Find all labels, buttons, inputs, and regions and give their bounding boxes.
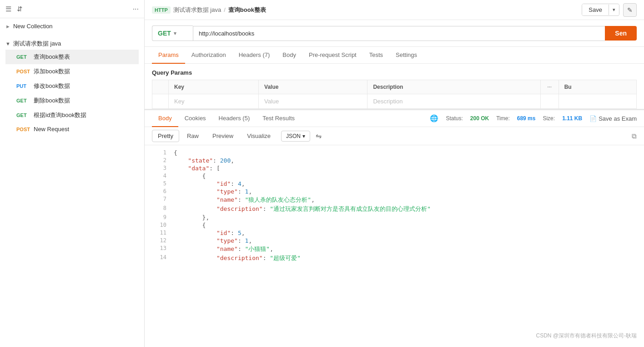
json-code: "state": 200,: [174, 157, 234, 164]
json-format-value: JSON: [286, 133, 301, 139]
code-tab-visualize[interactable]: Visualize: [241, 130, 277, 142]
save-button-group: Save ▾: [582, 4, 619, 16]
line-number: 5: [152, 180, 166, 187]
save-button[interactable]: Save: [582, 4, 609, 15]
breadcrumb-parent: 测试请求数据 java: [173, 6, 221, 14]
url-input[interactable]: [193, 26, 605, 41]
json-line-3: 3 "data": [: [145, 164, 644, 172]
request-item-get-delete[interactable]: GET 删除book数据: [5, 93, 139, 108]
response-tab-body[interactable]: Body: [152, 110, 178, 127]
response-tab-test-results[interactable]: Test Results: [256, 110, 301, 127]
method-badge-get: GET: [16, 54, 31, 60]
params-row-checkbox: [152, 94, 169, 109]
dropdown-arrow-icon: ▾: [613, 7, 615, 12]
tab-pre-request[interactable]: Pre-request Script: [302, 47, 363, 64]
line-number: 3: [152, 165, 166, 171]
code-tab-pretty[interactable]: Pretty: [152, 130, 179, 142]
copy-icon[interactable]: ⧉: [632, 132, 637, 140]
params-key-input[interactable]: Key: [169, 94, 259, 109]
request-item-post-new[interactable]: POST New Request: [5, 122, 139, 136]
request-item-put-modify[interactable]: PUT 修改book数据: [5, 79, 139, 93]
request-list: GET 查询book整表 POST 添加book数据 PUT 修改book数据 …: [5, 50, 139, 136]
tab-tests[interactable]: Tests: [363, 47, 389, 64]
more-icon[interactable]: ···: [133, 5, 139, 13]
json-code: "name": "狼人杀的队友心态分析",: [174, 196, 315, 204]
json-code: "type": 1,: [174, 237, 252, 244]
wrap-icon[interactable]: ⇋: [316, 132, 322, 140]
line-number: 4: [152, 173, 166, 179]
edit-icon: ✎: [627, 6, 633, 14]
method-badge-post: POST: [16, 69, 31, 74]
params-empty-row: Key Value Description: [152, 94, 637, 109]
params-title: Query Params: [152, 69, 637, 76]
json-format-select[interactable]: JSON ▾: [281, 131, 310, 142]
request-label: New Request: [34, 126, 69, 133]
tab-body[interactable]: Body: [276, 47, 302, 64]
tab-headers[interactable]: Headers (7): [232, 47, 277, 64]
json-line-1: 1 {: [145, 149, 644, 157]
topbar: HTTP 测试请求数据 java / 查询book整表 Save ▾ ✎: [145, 0, 644, 20]
url-bar: GET ▾ Sen: [145, 20, 644, 47]
params-desc-input[interactable]: Description: [367, 94, 540, 109]
tab-params[interactable]: Params: [152, 47, 185, 64]
status-value: 200 OK: [470, 115, 489, 122]
json-code: },: [174, 214, 209, 221]
json-line-11: 11 "id": 5,: [145, 229, 644, 237]
json-line-13: 13 "name": "小猫猫",: [145, 245, 644, 254]
json-code: {: [174, 149, 177, 156]
json-line-2: 2 "state": 200,: [145, 157, 644, 164]
watermark: CSDN @深圳市有德者科技有限公司-耿瑞: [536, 332, 637, 340]
json-code: "type": 1,: [174, 188, 252, 195]
method-badge-get: GET: [16, 112, 31, 118]
save-dropdown-button[interactable]: ▾: [609, 5, 619, 15]
save-example-button[interactable]: 📄 Save as Exam: [589, 115, 637, 122]
params-col-key: Key: [169, 80, 259, 94]
sidebar-header: ☰ ⇵ ···: [0, 0, 144, 18]
params-value-input[interactable]: Value: [259, 94, 367, 109]
json-code: {: [174, 173, 206, 179]
request-item-get-byid[interactable]: GET 根据id查询book数据: [5, 108, 139, 122]
size-value: 1.11 KB: [562, 115, 582, 122]
json-line-6: 6 "type": 1,: [145, 188, 644, 195]
json-line-12: 12 "type": 1,: [145, 237, 644, 245]
code-toolbar: Pretty Raw Preview Visualize JSON ▾ ⇋ ⧉: [145, 127, 644, 145]
tab-authorization[interactable]: Authorization: [185, 47, 232, 64]
sidebar-header-icons: ☰ ⇵: [5, 5, 23, 13]
tab-settings[interactable]: Settings: [389, 47, 423, 64]
method-select[interactable]: GET ▾: [152, 26, 193, 41]
sidebar-group-header[interactable]: ▼ 测试请求数据 java: [5, 38, 139, 50]
edit-button[interactable]: ✎: [623, 3, 637, 17]
line-number: 8: [152, 205, 166, 211]
json-line-9: 9 },: [145, 214, 644, 221]
line-number: 9: [152, 214, 166, 220]
code-tab-preview[interactable]: Preview: [206, 130, 239, 142]
response-tabs-bar: Body Cookies Headers (5) Test Results 🌐 …: [145, 110, 644, 127]
json-line-7: 7 "name": "狼人杀的队友心态分析",: [145, 195, 644, 204]
line-number: 1: [152, 149, 166, 156]
request-item-post-add[interactable]: POST 添加book数据: [5, 64, 139, 79]
request-item-get-books[interactable]: GET 查询book整表: [5, 50, 139, 64]
status-label: Status:: [446, 115, 463, 122]
sidebar-group-java: ▼ 测试请求数据 java GET 查询book整表 POST 添加book数据…: [0, 34, 144, 138]
send-button[interactable]: Sen: [605, 26, 637, 41]
response-tab-cookies[interactable]: Cookies: [178, 110, 212, 127]
method-badge-put: PUT: [16, 83, 31, 89]
filter-icon[interactable]: ⇵: [17, 5, 23, 13]
time-label: Time:: [496, 115, 510, 122]
code-tab-raw[interactable]: Raw: [181, 130, 205, 142]
method-chevron-icon: ▾: [174, 31, 176, 36]
response-tab-headers[interactable]: Headers (5): [212, 110, 257, 127]
menu-icon[interactable]: ☰: [5, 5, 11, 13]
breadcrumb-separator: /: [224, 6, 226, 13]
line-number: 6: [152, 188, 166, 194]
sidebar-item-new-collection[interactable]: ► New Collection: [0, 18, 144, 34]
params-col-checkbox: [152, 80, 169, 94]
request-tabs: Params Authorization Headers (7) Body Pr…: [145, 47, 644, 64]
line-number: 10: [152, 222, 166, 228]
json-line-5: 5 "id": 4,: [145, 180, 644, 188]
params-col-value: Value: [259, 80, 367, 94]
request-label: 根据id查询book数据: [34, 111, 86, 119]
method-badge-post: POST: [16, 127, 31, 132]
params-col-bulk: Bu: [558, 80, 636, 94]
line-number: 2: [152, 157, 166, 163]
